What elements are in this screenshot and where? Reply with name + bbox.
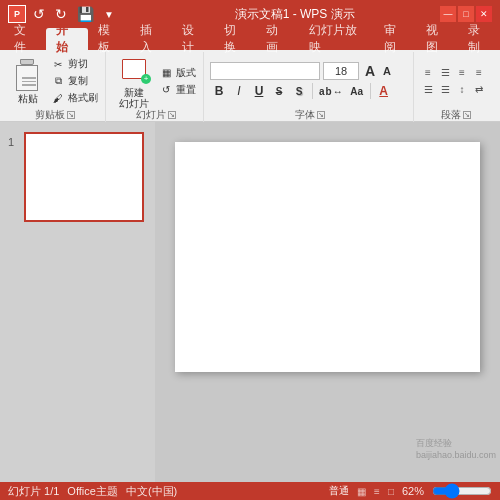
format-painter-button[interactable]: 🖌 格式刷 xyxy=(48,90,101,106)
slides-label: 幻灯片 xyxy=(136,108,166,122)
paragraph-group: ≡ ☰ ≡ ≡ ☰ ☰ ↕ ⇄ 段落 ↘ xyxy=(416,52,496,124)
char-case-button[interactable]: Aa xyxy=(348,82,366,100)
copy-icon: ⧉ xyxy=(51,74,65,88)
cut-button[interactable]: ✂ 剪切 xyxy=(48,56,101,72)
paste-icon xyxy=(13,59,43,91)
notes-view-button[interactable]: ≡ xyxy=(374,486,380,497)
tab-design[interactable]: 设计 xyxy=(172,28,214,50)
clipboard-small-buttons: ✂ 剪切 ⧉ 复制 🖌 格式刷 xyxy=(48,56,101,106)
justify-button[interactable]: ≡ xyxy=(471,65,487,81)
tab-review[interactable]: 审阅 xyxy=(374,28,416,50)
normal-view-button[interactable]: 普通 xyxy=(329,484,349,498)
reset-button[interactable]: ↺ 重置 xyxy=(156,82,199,98)
slides-group: + 新建幻灯片 ▦ 版式 ↺ 重置 幻灯片 ↘ xyxy=(108,52,204,124)
format-painter-icon: 🖌 xyxy=(51,91,65,105)
paste-button[interactable]: 粘贴 xyxy=(8,55,48,107)
font-content: A A B I U S S ab↔ Aa A xyxy=(210,54,409,108)
tab-transitions[interactable]: 切换 xyxy=(214,28,256,50)
font-divider-2 xyxy=(370,83,371,99)
status-bar: 幻灯片 1/1 Office主题 中文(中国) 普通 ▦ ≡ □ 62% xyxy=(0,482,500,500)
minimize-button[interactable]: — xyxy=(440,6,456,22)
tab-file[interactable]: 文件 xyxy=(4,28,46,50)
font-color-button[interactable]: A xyxy=(375,82,393,100)
tab-home[interactable]: 开始 xyxy=(46,28,88,50)
paragraph-label: 段落 xyxy=(441,108,461,122)
language-label: 中文(中国) xyxy=(126,484,177,499)
new-slide-icon: + xyxy=(119,53,149,85)
zoom-slider[interactable] xyxy=(432,483,492,499)
tab-record[interactable]: 录制 xyxy=(458,28,500,50)
font-area: A A B I U S S ab↔ Aa A xyxy=(210,62,409,100)
clipboard-expand-button[interactable]: ↘ xyxy=(67,111,75,119)
reset-icon: ↺ xyxy=(159,83,173,97)
slides-small-buttons: ▦ 版式 ↺ 重置 xyxy=(156,65,199,98)
canvas-area xyxy=(155,122,500,482)
shadow-button[interactable]: S xyxy=(290,82,308,100)
underline-button[interactable]: U xyxy=(250,82,268,100)
quick-access-button[interactable]: ▼ xyxy=(101,7,117,22)
tab-slideshow[interactable]: 幻灯片放映 xyxy=(299,28,374,50)
app-icon: P xyxy=(8,5,26,23)
slides-content: + 新建幻灯片 ▦ 版式 ↺ 重置 xyxy=(112,54,199,108)
window-title: 演示文稿1 - WPS 演示 xyxy=(153,6,436,23)
title-bar-left: P ↺ ↻ 💾 ▼ xyxy=(8,4,149,24)
char-spacing-button[interactable]: ab↔ xyxy=(317,82,346,100)
theme-label: Office主题 xyxy=(67,484,118,499)
reset-label: 重置 xyxy=(176,83,196,97)
slide-thumb-row-1: 1 xyxy=(8,132,147,222)
clipboard-content: 粘贴 ✂ 剪切 ⧉ 复制 🖌 格式刷 xyxy=(8,54,101,108)
slides-expand-button[interactable]: ↘ xyxy=(168,111,176,119)
slide-sorter-button[interactable]: ▦ xyxy=(357,486,366,497)
tab-view[interactable]: 视图 xyxy=(416,28,458,50)
paragraph-expand-button[interactable]: ↘ xyxy=(463,111,471,119)
font-group: A A B I U S S ab↔ Aa A xyxy=(206,52,414,124)
align-center-button[interactable]: ☰ xyxy=(437,65,453,81)
layout-button[interactable]: ▦ 版式 xyxy=(156,65,199,81)
line-spacing-button[interactable]: ↕ xyxy=(454,82,470,98)
numbered-list-button[interactable]: ☰ xyxy=(437,82,453,98)
tab-insert[interactable]: 插入 xyxy=(130,28,172,50)
bold-button[interactable]: B xyxy=(210,82,228,100)
maximize-button[interactable]: □ xyxy=(458,6,474,22)
font-label: 字体 xyxy=(295,108,315,122)
layout-label: 版式 xyxy=(176,66,196,80)
align-group: ≡ ☰ ≡ ≡ ☰ ☰ ↕ ⇄ xyxy=(420,65,487,98)
tab-template[interactable]: 模板 xyxy=(88,28,130,50)
clipboard-group: 粘贴 ✂ 剪切 ⧉ 复制 🖌 格式刷 剪贴板 ↘ xyxy=(4,52,106,124)
decrease-font-size-button[interactable]: A xyxy=(379,63,395,79)
font-name-input[interactable] xyxy=(210,62,320,80)
close-button[interactable]: ✕ xyxy=(476,6,492,22)
new-slide-label: 新建幻灯片 xyxy=(119,87,149,109)
ribbon-toolbar: 粘贴 ✂ 剪切 ⧉ 复制 🖌 格式刷 剪贴板 ↘ xyxy=(0,50,500,122)
reading-view-button[interactable]: □ xyxy=(388,486,394,497)
layout-icon: ▦ xyxy=(159,66,173,80)
paragraph-content: ≡ ☰ ≡ ≡ ☰ ☰ ↕ ⇄ xyxy=(420,54,492,108)
ribbon-tabs: 文件 开始 模板 插入 设计 切换 动画 幻灯片放映 审阅 视图 录制 xyxy=(0,28,500,50)
zoom-label: 62% xyxy=(402,485,424,497)
redo-button[interactable]: ↻ xyxy=(52,4,70,24)
slide-canvas[interactable] xyxy=(175,142,480,372)
tab-animations[interactable]: 动画 xyxy=(256,28,298,50)
font-size-input[interactable] xyxy=(323,62,359,80)
align-right-button[interactable]: ≡ xyxy=(454,65,470,81)
strikethrough-button[interactable]: S xyxy=(270,82,288,100)
italic-button[interactable]: I xyxy=(230,82,248,100)
bullet-list-button[interactable]: ☰ xyxy=(420,82,436,98)
copy-button[interactable]: ⧉ 复制 xyxy=(48,73,101,89)
quick-save-button[interactable]: 💾 xyxy=(74,4,97,24)
cut-icon: ✂ xyxy=(51,57,65,71)
new-slide-button[interactable]: + 新建幻灯片 xyxy=(112,55,156,107)
undo-button[interactable]: ↺ xyxy=(30,4,48,24)
align-left-button[interactable]: ≡ xyxy=(420,65,436,81)
font-row2: B I U S S ab↔ Aa A xyxy=(210,82,409,100)
slide-count-label: 幻灯片 1/1 xyxy=(8,484,59,499)
align-row-1: ≡ ☰ ≡ ≡ xyxy=(420,65,487,81)
text-direction-button[interactable]: ⇄ xyxy=(471,82,487,98)
increase-font-size-button[interactable]: A xyxy=(362,63,378,79)
font-expand-button[interactable]: ↘ xyxy=(317,111,325,119)
slide-number-1: 1 xyxy=(8,136,20,148)
main-area: 1 百度经验baijiahao.baidu.com xyxy=(0,122,500,482)
slide-thumbnail-1[interactable] xyxy=(24,132,144,222)
status-right: 普通 ▦ ≡ □ 62% xyxy=(329,483,492,499)
font-row1: A A xyxy=(210,62,409,80)
